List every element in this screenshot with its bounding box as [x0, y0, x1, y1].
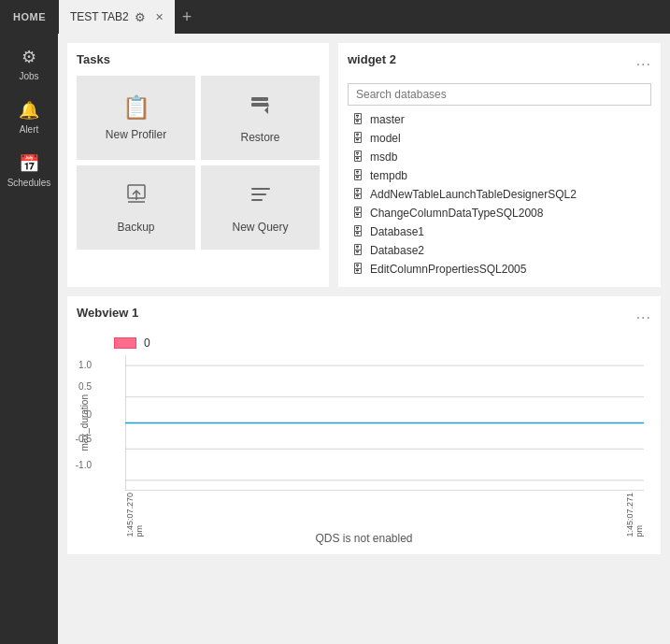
new-tab-button[interactable]: +: [175, 0, 200, 34]
legend-color-box: [114, 337, 136, 349]
sidebar-schedules-label: Schedules: [7, 178, 51, 188]
list-item[interactable]: 🗄 ChangeColumnDataTypeSQL2008: [348, 205, 651, 222]
widget2: widget 2 ··· 🗄 master 🗄 model 🗄 m: [338, 43, 661, 287]
backup-label: Backup: [117, 221, 154, 234]
x-label-right: 1:45:07.271 pm: [625, 493, 644, 537]
tasks-widget: Tasks 📋 New Profiler: [67, 43, 329, 287]
database-icon: 🗄: [351, 188, 364, 201]
y-tick: 0: [86, 409, 92, 420]
db-name: tempdb: [370, 169, 407, 182]
main-layout: ⚙ Jobs 🔔 Alert 📅 Schedules Tasks 📋 New P…: [0, 34, 670, 644]
tab-label: TEST TAB2: [70, 10, 129, 23]
profiler-icon: 📋: [122, 94, 150, 121]
tasks-title: Tasks: [77, 52, 320, 66]
tab-test-tab2[interactable]: TEST TAB2 ⚙ ✕: [59, 0, 175, 34]
svg-rect-5: [251, 199, 263, 201]
sidebar-alert-label: Alert: [20, 124, 39, 135]
database-list: 🗄 master 🗄 model 🗄 msdb 🗄 tempdb: [348, 111, 651, 278]
list-item[interactable]: 🗄 AddNewTableLaunchTableDesignerSQL2: [348, 186, 651, 203]
chart-container: max_duration: [77, 355, 651, 528]
webview-menu-button[interactable]: ···: [636, 309, 651, 326]
tab-close-button[interactable]: ✕: [151, 9, 167, 25]
list-item[interactable]: 🗄 model: [348, 130, 651, 147]
db-name: ChangeColumnDataTypeSQL2008: [370, 207, 543, 220]
y-axis-label-container: max_duration: [77, 355, 92, 491]
chart-legend: 0: [77, 336, 651, 350]
list-item[interactable]: 🗄 msdb: [348, 149, 651, 165]
new-query-button[interactable]: New Query: [201, 165, 320, 250]
restore-icon: [248, 92, 274, 123]
tab-settings-icon[interactable]: ⚙: [135, 10, 146, 24]
sidebar-jobs-label: Jobs: [19, 71, 38, 81]
database-icon: 🗄: [351, 207, 364, 220]
svg-rect-4: [251, 193, 266, 195]
chart-svg: [125, 355, 644, 491]
webview-header: Webview 1 ···: [77, 306, 651, 329]
db-name: EditColumnPropertiesSQL2005: [370, 263, 526, 276]
new-profiler-label: New Profiler: [106, 128, 166, 141]
list-item[interactable]: 🗄 tempdb: [348, 167, 651, 184]
chart-footer: QDS is not enabled: [77, 532, 651, 545]
svg-rect-3: [251, 188, 270, 190]
db-name: Database1: [370, 225, 424, 238]
top-bar: HOME TEST TAB2 ⚙ ✕ +: [0, 0, 670, 34]
home-button[interactable]: HOME: [0, 0, 59, 34]
db-name: master: [370, 113, 405, 126]
legend-label: 0: [144, 336, 150, 350]
database-icon: 🗄: [351, 113, 364, 126]
restore-button[interactable]: Restore: [201, 76, 320, 160]
database-icon: 🗄: [351, 244, 364, 257]
y-tick: 1.0: [78, 360, 92, 370]
database-icon: 🗄: [351, 169, 364, 182]
sidebar: ⚙ Jobs 🔔 Alert 📅 Schedules: [0, 34, 58, 644]
alert-icon: 🔔: [19, 100, 39, 121]
widget2-title: widget 2: [348, 52, 396, 66]
chart-plot: 1.0 0.5 0 -0.5 -1.0: [125, 355, 644, 491]
db-name: Database2: [370, 244, 424, 257]
webview-widget: Webview 1 ··· 0 max_duration: [67, 296, 661, 554]
restore-label: Restore: [240, 131, 279, 144]
list-item[interactable]: 🗄 EditColumnPropertiesSQL2005: [348, 261, 651, 278]
list-item[interactable]: 🗄 master: [348, 111, 651, 128]
backup-icon: [123, 181, 150, 213]
x-axis-labels: 1:45:07.270 pm 1:45:07.271 pm: [125, 493, 644, 528]
database-icon: 🗄: [351, 132, 364, 145]
widget2-header: widget 2 ···: [348, 52, 651, 76]
y-tick: -1.0: [76, 460, 92, 470]
database-icon: 🗄: [351, 263, 364, 276]
sidebar-item-jobs[interactable]: ⚙ Jobs: [0, 37, 58, 91]
y-tick: 0.5: [78, 381, 92, 392]
db-name: msdb: [370, 150, 397, 164]
jobs-icon: ⚙: [21, 47, 36, 67]
sidebar-item-alert[interactable]: 🔔 Alert: [0, 91, 58, 144]
new-profiler-button[interactable]: 📋 New Profiler: [77, 76, 195, 160]
backup-button[interactable]: Backup: [77, 165, 195, 250]
search-databases-input[interactable]: [348, 83, 651, 106]
top-row: Tasks 📋 New Profiler: [67, 43, 661, 287]
database-icon: 🗄: [351, 150, 364, 164]
sidebar-item-schedules[interactable]: 📅 Schedules: [0, 144, 58, 197]
svg-rect-0: [251, 97, 268, 101]
tasks-grid: 📋 New Profiler Restore: [77, 76, 320, 250]
list-item[interactable]: 🗄 Database1: [348, 223, 651, 240]
db-name: AddNewTableLaunchTableDesignerSQL2: [370, 188, 577, 201]
db-name: model: [370, 132, 401, 145]
schedules-icon: 📅: [19, 153, 39, 174]
new-query-label: New Query: [232, 221, 288, 234]
database-icon: 🗄: [351, 225, 364, 238]
y-tick: -0.5: [76, 434, 92, 444]
widget2-menu-button[interactable]: ···: [636, 56, 651, 73]
webview-title: Webview 1: [77, 306, 138, 320]
list-item[interactable]: 🗄 Database2: [348, 242, 651, 259]
content-area: Tasks 📋 New Profiler: [58, 34, 670, 644]
query-icon: [248, 181, 274, 213]
x-label-left: 1:45:07.270 pm: [125, 493, 144, 537]
